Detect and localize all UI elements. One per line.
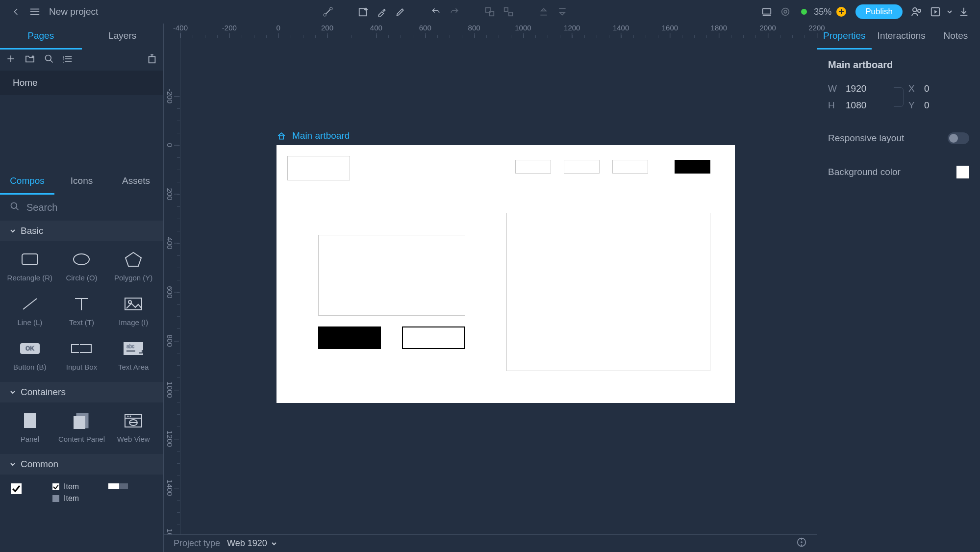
group-icon[interactable] xyxy=(480,0,499,24)
new-folder-icon[interactable] xyxy=(25,54,35,66)
compo-cpanel[interactable]: Content Panel xyxy=(56,411,108,443)
play-preview-icon[interactable] xyxy=(926,0,945,24)
image-icon xyxy=(122,295,145,313)
chevron-down-icon[interactable] xyxy=(945,0,955,24)
publish-button[interactable]: Publish xyxy=(855,4,903,19)
svg-rect-39 xyxy=(149,56,155,63)
common-item[interactable]: Item xyxy=(52,482,79,491)
compo-label: Content Panel xyxy=(58,435,105,443)
timer-icon[interactable] xyxy=(147,53,157,67)
tab-layers[interactable]: Layers xyxy=(82,24,164,50)
svg-rect-72 xyxy=(52,495,59,502)
svg-marker-26 xyxy=(934,10,937,13)
pen-tool-icon[interactable] xyxy=(391,0,410,24)
download-icon[interactable] xyxy=(955,0,973,24)
compo-label: Button (B) xyxy=(13,363,47,371)
compo-input[interactable]: Input Box xyxy=(56,339,108,371)
cat-containers[interactable]: Containers xyxy=(0,382,163,402)
connector-tool-icon[interactable] xyxy=(319,0,337,24)
poly-icon xyxy=(122,250,145,269)
svg-rect-61 xyxy=(24,413,36,428)
progress-glyph-icon[interactable] xyxy=(108,482,128,493)
value-height[interactable]: 1080 xyxy=(846,100,882,111)
canvas-viewport[interactable]: Main artboard xyxy=(180,38,817,534)
compo-textarea[interactable]: abcText Area xyxy=(107,339,159,371)
cat-basic[interactable]: Basic xyxy=(0,221,163,241)
status-bar: Project type Web 1920 xyxy=(164,534,817,552)
panel-icon xyxy=(19,411,41,430)
add-collaborator-icon[interactable] xyxy=(832,0,851,24)
redo-icon[interactable] xyxy=(445,0,464,24)
cat-common[interactable]: Common xyxy=(0,454,163,475)
tab-icons[interactable]: Icons xyxy=(54,169,109,195)
svg-point-19 xyxy=(801,9,807,15)
cat-common-label: Common xyxy=(21,459,58,470)
project-title[interactable]: New project xyxy=(44,6,132,17)
compo-line[interactable]: Line (L) xyxy=(4,295,56,326)
compo-label: Text (T) xyxy=(69,318,94,326)
webview-icon xyxy=(122,411,145,430)
svg-rect-11 xyxy=(504,8,507,11)
chevron-down-icon xyxy=(271,541,277,547)
ruler-left[interactable]: -20002004006008001000120014001600 xyxy=(164,38,180,534)
common-item-label: Item xyxy=(64,482,79,491)
search-pages-icon[interactable] xyxy=(44,54,54,66)
tab-pages[interactable]: Pages xyxy=(0,24,82,50)
back-icon[interactable] xyxy=(7,0,25,24)
compo-panel[interactable]: Panel xyxy=(4,411,56,443)
home-icon xyxy=(276,131,286,141)
toggle-responsive[interactable] xyxy=(948,132,969,144)
bgcolor-swatch[interactable] xyxy=(956,166,969,178)
checkbox-glyph-icon[interactable] xyxy=(10,482,23,498)
status-target-icon[interactable] xyxy=(796,537,807,550)
collaborators-icon[interactable] xyxy=(907,0,926,24)
compo-label: Text Area xyxy=(118,363,149,371)
undo-icon[interactable] xyxy=(427,0,445,24)
bring-forward-icon[interactable] xyxy=(534,0,553,24)
cat-basic-label: Basic xyxy=(21,226,43,236)
ruler-top[interactable]: -400-20002004006008001000120014001600180… xyxy=(164,24,817,38)
device-preview-icon[interactable] xyxy=(757,0,776,24)
compo-rect[interactable]: Rectangle (R) xyxy=(4,250,56,282)
compo-button[interactable]: OKButton (B) xyxy=(4,339,56,371)
link-wh-icon[interactable] xyxy=(894,87,904,107)
list-settings-icon[interactable]: 123 xyxy=(63,54,73,66)
new-page-icon[interactable] xyxy=(6,54,16,66)
right-tabs: Properties Interactions Notes xyxy=(817,24,980,50)
page-item-home[interactable]: Home xyxy=(0,71,163,95)
textarea-icon: abc xyxy=(122,339,145,358)
svg-point-66 xyxy=(127,416,129,417)
tab-interactions[interactable]: Interactions xyxy=(872,24,931,50)
search-input[interactable]: Search xyxy=(26,202,57,213)
compo-label: Circle (O) xyxy=(66,274,97,282)
svg-point-67 xyxy=(130,416,131,417)
hamburger-menu-icon[interactable] xyxy=(25,0,44,24)
svg-text:abc: abc xyxy=(126,344,134,349)
ungroup-icon[interactable] xyxy=(499,0,518,24)
tab-notes[interactable]: Notes xyxy=(931,24,980,50)
add-artboard-icon[interactable] xyxy=(354,0,373,24)
tab-properties[interactable]: Properties xyxy=(817,24,872,50)
label-x: X xyxy=(908,83,919,94)
search-icon xyxy=(10,201,20,214)
eyedropper-icon[interactable] xyxy=(373,0,391,24)
status-project-type-value[interactable]: Web 1920 xyxy=(227,538,277,549)
zoom-level[interactable]: 35% xyxy=(813,0,832,24)
artboard[interactable] xyxy=(276,145,735,403)
compo-text[interactable]: Text (T) xyxy=(56,295,108,326)
value-x[interactable]: 0 xyxy=(924,83,944,94)
compo-image[interactable]: Image (I) xyxy=(107,295,159,326)
value-width[interactable]: 1920 xyxy=(846,83,882,94)
compo-webview[interactable]: Web View xyxy=(107,411,159,443)
send-backward-icon[interactable] xyxy=(553,0,572,24)
value-y[interactable]: 0 xyxy=(924,100,944,111)
compo-circle[interactable]: Circle (O) xyxy=(56,250,108,282)
artboard-label[interactable]: Main artboard xyxy=(276,130,350,141)
compo-poly[interactable]: Polygon (Y) xyxy=(107,250,159,282)
settings-gear-icon[interactable] xyxy=(776,0,795,24)
text-icon xyxy=(70,295,93,313)
tab-assets[interactable]: Assets xyxy=(109,169,163,195)
common-item[interactable]: Item xyxy=(52,494,79,503)
svg-point-23 xyxy=(913,8,917,12)
tab-compos[interactable]: Compos xyxy=(0,169,54,195)
